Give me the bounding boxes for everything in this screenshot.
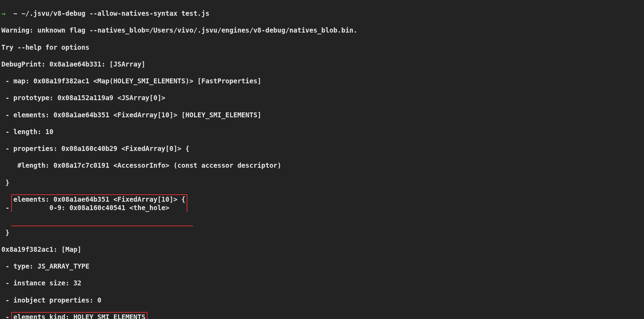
output-line: - instance size: 32 (1, 279, 643, 287)
output-line: } (1, 178, 643, 187)
prompt-command: ~/.jsvu/v8-debug --allow-natives-syntax … (21, 9, 209, 17)
prompt-line: → ~ ~/.jsvu/v8-debug --allow-natives-syn… (1, 9, 643, 18)
output-line: - elements kind: HOLEY_SMI_ELEMENTS (1, 313, 643, 319)
output-line: DebugPrint: 0x8a1ae64b331: [JSArray] (1, 60, 643, 68)
output-line: - map: 0x08a19f382ac1 <Map(HOLEY_SMI_ELE… (1, 77, 643, 85)
output-line: - type: JS_ARRAY_TYPE (1, 262, 643, 270)
output-line: - elements: 0x08a1ae64b351 <FixedArray[1… (1, 111, 643, 119)
output-line: } (1, 228, 643, 237)
output-line: - properties: 0x08a160c40b29 <FixedArray… (1, 144, 643, 153)
terminal-output: → ~ ~/.jsvu/v8-debug --allow-natives-syn… (0, 0, 644, 319)
output-line: 0x8a19f382ac1: [Map] (1, 245, 643, 254)
output-line: Try --help for options (1, 43, 643, 51)
output-line: - elements: 0x08a1ae64b351 <FixedArray[1… (1, 195, 643, 212)
prompt-arrow-icon: → (1, 9, 5, 17)
output-line: #length: 0x08a17c7c0191 <AccessorInfo> (… (1, 161, 643, 169)
output-line: - length: 10 (1, 127, 643, 136)
highlight-elements-kind: elements kind: HOLEY_SMI_ELEMENTS (11, 312, 148, 319)
output-line (1, 220, 643, 228)
output-line: - prototype: 0x08a152a119a9 <JSArray[0]> (1, 93, 643, 102)
output-line: - inobject properties: 0 (1, 296, 643, 304)
highlight-elements-hole: elements: 0x08a1ae64b351 <FixedArray[10]… (11, 194, 187, 212)
prompt-tilde: ~ (13, 9, 17, 17)
output-line: Warning: unknown flag --natives_blob=/Us… (1, 26, 643, 34)
